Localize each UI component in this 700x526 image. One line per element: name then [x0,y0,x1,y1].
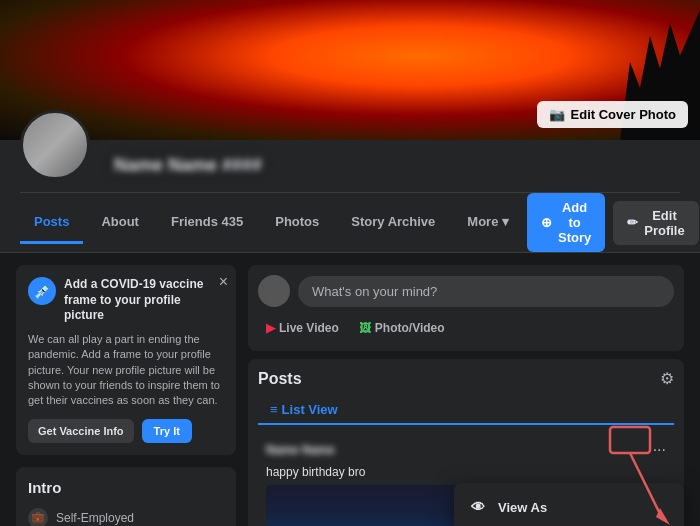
intro-section: Intro 💼 Self-Employed 📍 Lorem ipsum dolo… [16,467,236,526]
avatar [20,110,90,180]
main-content: × 💉 Add a COVID-19 vaccine frame to your… [0,253,700,499]
camera-icon: 📷 [549,107,565,122]
plus-icon: ⊕ [541,215,552,230]
live-icon: ▶ [266,321,275,335]
vaccine-card-header: 💉 Add a COVID-19 vaccine frame to your p… [28,277,224,324]
tab-more[interactable]: More ▾ [453,202,523,244]
posts-title: Posts [258,370,302,388]
edit-profile-button[interactable]: ✏ Edit Profile [613,201,698,245]
post-item-header: Name Name ··· [266,441,666,459]
right-content: What's on your mind? ▶ Live Video 🖼 Phot… [248,265,684,487]
post-composer: What's on your mind? ▶ Live Video 🖼 Phot… [248,265,684,351]
employment-label: Self-Employed [56,511,134,525]
dropdown-menu: 👁 View As 🔍 Search Profile ⚠ Account Sta… [454,483,684,526]
eye-icon: 👁 [468,497,488,517]
tab-photos[interactable]: Photos [261,202,333,244]
profile-name: Name Name #### [114,155,680,176]
posts-header: Posts ⚙ [258,369,674,388]
cover-photo: 📷 Edit Cover Photo [0,0,700,140]
profile-top: Name Name #### [20,140,680,192]
dropdown-view-as[interactable]: 👁 View As [454,487,684,526]
edit-cover-photo-button[interactable]: 📷 Edit Cover Photo [537,101,688,128]
briefcase-icon: 💼 [28,508,48,526]
tab-story-archive[interactable]: Story Archive [337,202,449,244]
post-author-name: Name Name [266,443,335,457]
intro-employment: 💼 Self-Employed [28,504,224,526]
tab-posts[interactable]: Posts [20,202,83,244]
nav-tabs: Posts About Friends 435 Photos Story Arc… [20,192,680,252]
nav-actions: ⊕ Add to Story ✏ Edit Profile ··· [527,193,700,252]
filter-icon: ⚙ [660,369,674,388]
post-options-button[interactable]: ··· [653,441,666,459]
intro-title: Intro [28,479,224,496]
post-composer-avatar [258,275,290,307]
tab-friends[interactable]: Friends 435 [157,202,257,244]
left-sidebar: × 💉 Add a COVID-19 vaccine frame to your… [16,265,236,487]
photo-icon: 🖼 [359,321,371,335]
post-text: happy birthday bro [266,465,666,479]
add-to-story-button[interactable]: ⊕ Add to Story [527,193,605,252]
live-video-button[interactable]: ▶ Live Video [258,315,347,341]
post-actions-row: ▶ Live Video 🖼 Photo/Video [258,315,674,341]
profile-section: Name Name #### Posts About Friends 435 P… [0,140,700,253]
try-it-button[interactable]: Try It [142,419,192,443]
vaccine-card-title: Add a COVID-19 vaccine frame to your pro… [64,277,224,324]
vaccine-icon: 💉 [28,277,56,305]
post-input[interactable]: What's on your mind? [298,276,674,307]
get-vaccine-info-button[interactable]: Get Vaccine Info [28,419,134,443]
tab-about[interactable]: About [87,202,153,244]
pencil-icon: ✏ [627,215,638,230]
post-input-row: What's on your mind? [258,275,674,307]
vaccine-card-actions: Get Vaccine Info Try It [28,419,224,443]
vaccine-close-button[interactable]: × [219,273,228,291]
list-icon: ≡ [270,402,278,417]
list-view-tab[interactable]: ≡ List View [258,396,674,425]
photo-video-button[interactable]: 🖼 Photo/Video [351,315,453,341]
vaccine-card: × 💉 Add a COVID-19 vaccine frame to your… [16,265,236,455]
vaccine-card-body: We can all play a part in ending the pan… [28,332,224,409]
